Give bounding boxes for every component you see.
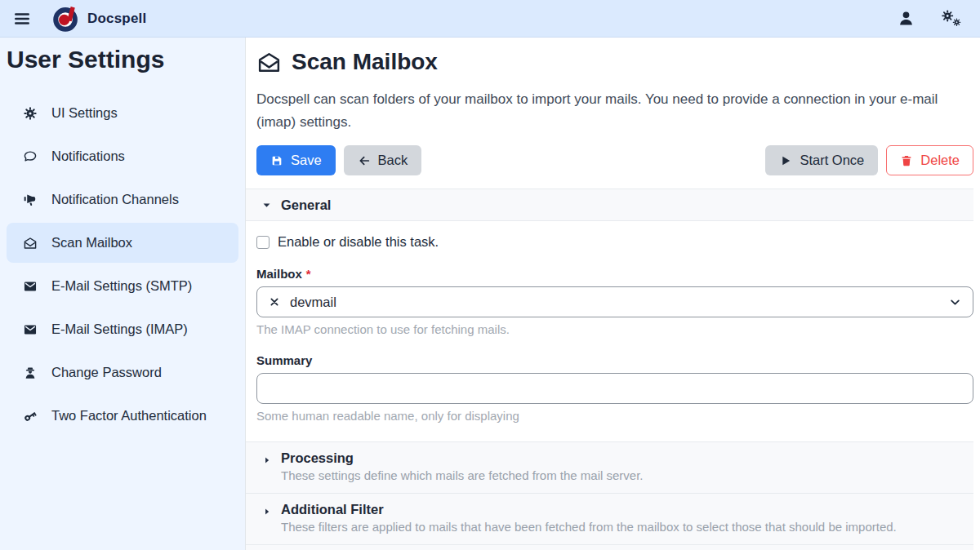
enable-task-checkbox[interactable] — [256, 236, 270, 249]
chevron-down-icon[interactable] — [949, 296, 961, 308]
play-icon — [779, 154, 792, 167]
section-post-processing-header[interactable]: Post Processing — [246, 545, 973, 550]
envelope-icon — [23, 322, 38, 337]
mailbox-select[interactable]: devmail — [256, 286, 973, 317]
sidebar-item-ui-settings[interactable]: UI Settings — [7, 93, 238, 133]
user-icon — [898, 10, 915, 27]
section-general-title: General — [281, 197, 331, 213]
sidebar-title: User Settings — [7, 46, 238, 73]
topbar-actions — [894, 6, 965, 31]
save-icon — [270, 154, 283, 167]
enable-task-row[interactable]: Enable or disable this task. — [256, 234, 973, 250]
section-additional-filter-header[interactable]: Additional Filter These filters are appl… — [246, 494, 973, 545]
mailbox-selected-value: devmail — [290, 295, 336, 310]
bars-icon — [13, 10, 31, 28]
comment-icon — [23, 149, 38, 164]
sidebar-item-label: Two Factor Authentication — [51, 408, 207, 424]
section-processing-header[interactable]: Processing These settings define which m… — [246, 442, 973, 494]
page-description: Docspell can scan folders of your mailbo… — [256, 88, 965, 134]
menu-toggle-button[interactable] — [10, 7, 34, 31]
sidebar-item-label: Notification Channels — [51, 192, 179, 207]
caret-down-icon — [262, 201, 271, 210]
sidebar-item-scan-mailbox[interactable]: Scan Mailbox — [7, 223, 238, 263]
caret-right-icon — [263, 508, 271, 516]
section-general-header[interactable]: General — [246, 189, 973, 221]
sidebar-item-notification-channels[interactable]: Notification Channels — [7, 180, 238, 220]
bullhorn-icon — [23, 193, 38, 207]
user-menu-button[interactable] — [894, 7, 918, 30]
section-subtitle: These filters are applied to mails that … — [281, 520, 960, 534]
section-subtitle: These settings define which mails are fe… — [281, 468, 960, 482]
docspell-logo — [52, 5, 80, 33]
app-brand[interactable]: Docspell — [52, 5, 146, 33]
sidebar-item-change-password[interactable]: Change Password — [7, 353, 238, 393]
sidebar-item-label: Change Password — [51, 365, 162, 380]
arrow-left-icon — [358, 154, 371, 167]
enable-task-label: Enable or disable this task. — [278, 234, 439, 250]
mailbox-label: Mailbox * — [256, 267, 973, 281]
sidebar-item-label: UI Settings — [51, 105, 118, 121]
main-content: Scan Mailbox Docspell can scan folders o… — [245, 38, 980, 550]
settings-menu-button[interactable] — [938, 6, 965, 31]
page-title: Scan Mailbox — [256, 49, 973, 75]
mailbox-field: Mailbox * devmail The IMAP connection to… — [256, 267, 973, 336]
envelope-open-icon — [256, 50, 282, 75]
trash-icon — [900, 154, 913, 167]
start-once-button[interactable]: Start Once — [765, 145, 878, 175]
sidebar: User Settings UI Settings Notifications … — [0, 38, 245, 550]
caret-right-icon — [263, 456, 271, 464]
clear-x-icon[interactable] — [269, 296, 280, 308]
section-title: Additional Filter — [281, 502, 960, 517]
user-secret-icon — [23, 366, 38, 380]
top-navbar: Docspell — [0, 0, 980, 38]
gear-icon — [23, 106, 38, 121]
sidebar-item-two-factor-auth[interactable]: Two Factor Authentication — [7, 396, 238, 436]
sidebar-item-label: Scan Mailbox — [51, 235, 132, 251]
sidebar-item-notifications[interactable]: Notifications — [7, 136, 238, 176]
envelope-icon — [23, 279, 38, 294]
brand-name: Docspell — [87, 11, 146, 27]
summary-input[interactable] — [256, 373, 973, 404]
sidebar-item-email-settings-smtp[interactable]: E-Mail Settings (SMTP) — [7, 266, 238, 306]
key-icon — [23, 409, 38, 424]
action-button-row: Save Back Start Once Delete — [256, 145, 973, 175]
sidebar-item-label: Notifications — [51, 149, 125, 164]
mailbox-help-text: The IMAP connection to use for fetching … — [256, 322, 973, 336]
sidebar-item-label: E-Mail Settings (SMTP) — [51, 278, 192, 294]
section-title: Processing — [281, 450, 960, 466]
summary-field: Summary Some human readable name, only f… — [256, 353, 973, 423]
back-button[interactable]: Back — [344, 145, 422, 175]
save-button[interactable]: Save — [256, 145, 336, 175]
cogs-icon — [941, 9, 962, 28]
required-mark: * — [306, 267, 311, 281]
sidebar-item-email-settings-imap[interactable]: E-Mail Settings (IMAP) — [7, 309, 238, 349]
page-title-text: Scan Mailbox — [292, 49, 438, 75]
summary-label: Summary — [256, 353, 973, 367]
collapsed-sections: Processing These settings define which m… — [246, 441, 973, 550]
sidebar-item-label: E-Mail Settings (IMAP) — [51, 322, 188, 337]
delete-button[interactable]: Delete — [886, 145, 973, 175]
sidebar-nav: UI Settings Notifications Notification C… — [0, 93, 245, 436]
envelope-open-icon — [23, 236, 38, 251]
summary-help-text: Some human readable name, only for displ… — [256, 409, 973, 423]
